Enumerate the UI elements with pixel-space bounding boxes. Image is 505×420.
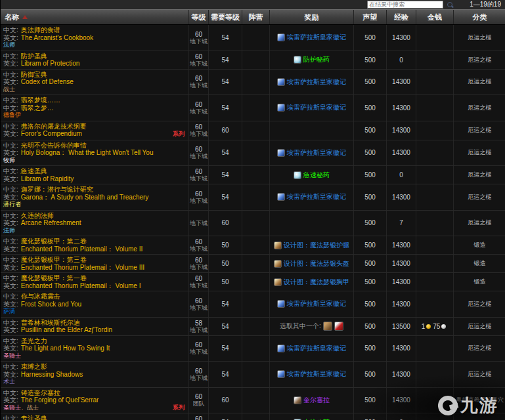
category-link[interactable]: 厄运之槌 <box>468 171 492 178</box>
sword-item-icon[interactable] <box>294 396 301 404</box>
quest-name-link[interactable]: 久违的法师 <box>21 212 54 220</box>
boots-item-icon[interactable] <box>323 322 332 331</box>
quest-name-link[interactable]: 奥法师的食谱 <box>21 26 60 34</box>
quest-name-link[interactable]: Harnessing Shadows <box>21 371 83 379</box>
quest-name-link[interactable]: 圣光之力 <box>21 337 47 345</box>
col-header-faction[interactable]: 阵营 <box>242 10 270 24</box>
reward-item-link[interactable]: 埃雷萨拉斯皇家徽记 <box>287 148 346 158</box>
vial-item-icon[interactable] <box>294 56 301 64</box>
col-header-req-level[interactable]: 需要等级 <box>209 10 242 24</box>
category-link[interactable]: 厄运之槌 <box>468 219 492 226</box>
quest-name-link[interactable]: 防护圣典 <box>21 52 47 60</box>
quest-name-link[interactable]: The Light and How To Swing It <box>21 345 110 352</box>
seal-item-icon[interactable] <box>277 370 285 378</box>
quest-name-link[interactable]: 魔化瑟银板甲：第三卷 <box>21 256 87 264</box>
col-header-xp[interactable]: 经验 <box>387 10 416 24</box>
category-link[interactable]: 锻造 <box>474 242 486 249</box>
reward-item-link[interactable]: 专注秘药 <box>303 418 330 420</box>
quest-name-link[interactable]: Frost Shock and You <box>21 301 81 308</box>
search-input[interactable] <box>368 1 447 8</box>
faction-cell <box>242 236 270 254</box>
quest-name-link[interactable]: 你与冰霜震击 <box>21 293 60 301</box>
quest-name-link[interactable]: Garona： A Study on Stealth and Treachery <box>21 194 149 201</box>
category-link[interactable]: 厄运之槌 <box>468 345 492 352</box>
xp-value: 14300 <box>392 194 410 201</box>
quest-name-link[interactable]: 普希林和埃斯托尔迪 <box>21 319 80 327</box>
reward-item-link[interactable]: 埃雷萨拉斯皇家徽记 <box>287 103 346 112</box>
seal-item-icon[interactable] <box>277 33 285 41</box>
reward-item-link[interactable]: 急速秘药 <box>303 171 330 180</box>
seal-item-icon[interactable] <box>277 300 285 308</box>
col-header-reward[interactable]: 奖励 <box>270 10 354 24</box>
quest-name-link[interactable]: 翡翠之梦… <box>21 104 54 112</box>
category-link[interactable]: 厄运之槌 <box>468 194 492 201</box>
quest-name-link[interactable]: 专注圣典 <box>21 415 47 420</box>
quest-name-link[interactable]: 迦罗娜：潜行与诡计研究 <box>21 186 93 194</box>
quest-name-link[interactable]: 急速圣典 <box>21 167 47 175</box>
category-link[interactable]: 厄运之槌 <box>468 78 492 85</box>
reward-item-link[interactable]: 设计图：魔法瑟银护腿 <box>284 241 349 250</box>
plans-item-icon[interactable] <box>274 278 282 286</box>
seal-item-icon[interactable] <box>277 345 285 352</box>
reward-item-link[interactable]: 埃雷萨拉斯皇家徽记 <box>287 299 346 308</box>
reward-item-link[interactable]: 奎尔塞拉 <box>303 396 330 405</box>
redcloth-item-icon[interactable] <box>334 322 343 331</box>
quest-name-link[interactable]: Enchanted Thorium Platemail： Volume I <box>21 282 141 290</box>
reward-item-link[interactable]: 防护秘药 <box>303 55 330 64</box>
category-link[interactable]: 厄运之槌 <box>468 149 492 156</box>
category-link[interactable]: 厄运之槌 <box>468 104 492 112</box>
reward-item-link[interactable]: 埃雷萨拉斯皇家徽记 <box>287 369 346 379</box>
col-header-reputation[interactable]: 声望 <box>354 10 387 24</box>
category-link[interactable]: 厄运之槌 <box>468 323 492 330</box>
quest-name-link[interactable]: The Arcanist's Cookbook <box>21 34 93 42</box>
quest-name-link[interactable]: Foror's Compendium <box>21 130 82 138</box>
quest-name-link[interactable]: 魔化瑟银板甲：第二卷 <box>21 238 87 245</box>
reward-item-link[interactable]: 设计图：魔法瑟银胸甲 <box>284 278 349 287</box>
reward-item-link[interactable]: 埃雷萨拉斯皇家徽记 <box>287 344 346 353</box>
quest-name-link[interactable]: 魔化瑟银板甲：第一卷 <box>21 274 87 282</box>
quest-name-link[interactable]: Holy Bologna： What the Light Won't Tell … <box>21 149 154 157</box>
level-value: 60 <box>195 190 202 198</box>
quest-name-link[interactable]: Enchanted Thorium Platemail： Volume III <box>21 264 144 272</box>
col-header-level[interactable]: 等级 <box>189 10 209 24</box>
quest-name-link[interactable]: Libram of Rapidity <box>21 175 74 183</box>
quest-name-link[interactable]: Libram of Protection <box>21 60 80 68</box>
col-header-money[interactable]: 金钱 <box>416 10 454 24</box>
quest-name-link[interactable]: 束缚之影 <box>21 363 47 371</box>
quest-name-link[interactable]: The Forging of Quel'Serrar <box>21 396 99 404</box>
quest-name-link[interactable]: Codex of Defense <box>21 78 74 86</box>
quest-name-link[interactable]: 弗洛尔的屠龙技术纲要 <box>21 123 87 131</box>
category-link[interactable]: 厄运之槌 <box>468 371 492 378</box>
level-value: 60 <box>195 393 202 400</box>
required-level-cell: 50 <box>209 273 242 291</box>
quest-name-link[interactable]: Arcane Refreshment <box>21 219 81 227</box>
vial-item-icon[interactable] <box>294 171 301 179</box>
reward-item-link[interactable]: 埃雷萨拉斯皇家徽记 <box>287 192 346 201</box>
quest-name-link[interactable]: 铸造奎尔塞拉 <box>21 389 60 397</box>
quest-name-link[interactable]: 光明不会告诉你的事情 <box>21 142 87 150</box>
search-icon[interactable] <box>447 2 453 8</box>
category-link[interactable]: 锻造 <box>474 260 486 267</box>
quest-name-link[interactable]: 翡翠梦境…… <box>21 96 60 104</box>
category-link[interactable]: 锻造 <box>474 278 486 285</box>
plans-item-icon[interactable] <box>274 260 282 268</box>
category-link[interactable]: 厄运之槌 <box>468 301 492 308</box>
quest-name-link[interactable]: 防御宝典 <box>21 71 47 79</box>
col-header-name[interactable]: 名称 <box>1 10 189 24</box>
category-link[interactable]: 厄运之槌 <box>468 127 492 134</box>
seal-item-icon[interactable] <box>277 104 285 112</box>
reward-item-link[interactable]: 埃雷萨拉斯皇家徽记 <box>287 33 346 42</box>
category-link[interactable]: 厄运之槌 <box>468 34 492 41</box>
quest-name-link[interactable]: Pusillin and the Elder Azj'Tordin <box>21 326 112 334</box>
reward-item-link[interactable]: 埃雷萨拉斯皇家徽记 <box>287 77 346 87</box>
plans-item-icon[interactable] <box>274 242 282 249</box>
quest-name-link[interactable]: Enchanted Thorium Platemail： Volume II <box>21 245 143 253</box>
category-link[interactable]: 奥妮克希亚的巢穴 <box>456 396 504 404</box>
seal-item-icon[interactable] <box>277 149 285 157</box>
reward-item-link[interactable]: 设计图：魔法瑟银头盔 <box>284 259 349 268</box>
col-header-category[interactable]: 分类 <box>454 10 505 24</box>
seal-item-icon[interactable] <box>277 193 285 201</box>
search-box[interactable] <box>367 1 443 9</box>
seal-item-icon[interactable] <box>277 78 285 86</box>
category-link[interactable]: 厄运之槌 <box>468 56 492 64</box>
